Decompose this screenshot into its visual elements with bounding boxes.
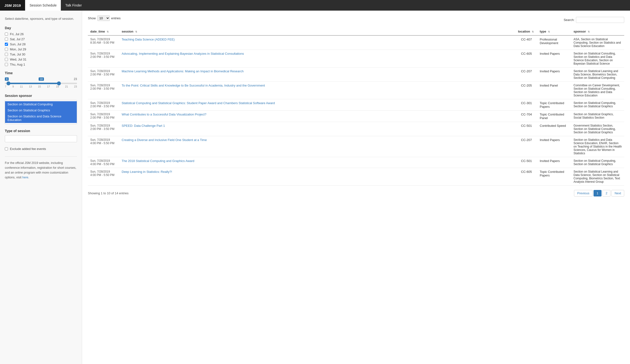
session-link[interactable]: Machine Learning Methods and Application… bbox=[122, 69, 244, 73]
session-link[interactable]: Deep Learning in Statistics: Really?! bbox=[122, 170, 172, 174]
type-of-session-input[interactable] bbox=[5, 135, 77, 142]
search-row: Search: bbox=[564, 17, 624, 23]
cell-session: Teaching Data Science (ADDED FEE) bbox=[119, 35, 516, 50]
sort-icon-location: ⇅ bbox=[532, 30, 534, 33]
day-item: Sun, Jul 28 bbox=[5, 42, 77, 46]
col-header-type[interactable]: type ⇅ bbox=[537, 28, 571, 35]
table-row: Sun, 7/28/2019 2:00 PM - 3:50 PMSPEED: D… bbox=[88, 122, 624, 136]
footer-link[interactable]: here bbox=[22, 176, 28, 179]
cell-type: Topic Contributed Papers bbox=[537, 99, 571, 111]
slider-thumb-left[interactable] bbox=[6, 81, 10, 85]
col-header-session[interactable]: session ⇅ bbox=[119, 28, 516, 35]
sidebar: Select date/time, sponsors, and type of … bbox=[0, 10, 82, 364]
col-header-location[interactable]: location ⇅ bbox=[516, 28, 537, 35]
slider-thumb-right[interactable] bbox=[57, 81, 61, 85]
axis-label: 21 bbox=[65, 85, 68, 88]
show-entries-row: Show 10 25 50 100 entries bbox=[88, 15, 121, 21]
session-link[interactable]: To the Point: Critical Skills and Knowle… bbox=[122, 84, 265, 87]
day-label-3: Mon, Jul 29 bbox=[10, 47, 26, 51]
cell-datetime: Sun, 7/28/2019 2:00 PM - 3:50 PM bbox=[88, 111, 119, 122]
time-handle-left-label: 8 bbox=[5, 77, 9, 81]
axis-label: 13 bbox=[29, 85, 32, 88]
session-link[interactable]: Creating a Diverse and Inclusive Field O… bbox=[122, 138, 207, 142]
day-label-2: Sun, Jul 28 bbox=[10, 42, 26, 46]
sponsor-item-2[interactable]: Section on Statistics and Data Science E… bbox=[5, 113, 77, 123]
day-checkbox-6[interactable] bbox=[5, 63, 8, 66]
sidebar-footer: For the official JSM 2019 website, inclu… bbox=[5, 161, 77, 180]
cell-datetime: Sun, 7/28/2019 2:00 PM - 3:50 PM bbox=[88, 122, 119, 136]
day-label-0: Fri, Jul 26 bbox=[10, 32, 24, 36]
day-item: Wed, Jul 31 bbox=[5, 58, 77, 61]
time-handle-right-label: 18 bbox=[38, 77, 44, 81]
exclude-fee-row: Exclude added fee events bbox=[5, 147, 77, 151]
day-section-title: Day bbox=[5, 26, 77, 30]
table-row: Sun, 7/28/2019 2:00 PM - 3:50 PMMachine … bbox=[88, 67, 624, 82]
col-header-sponsor[interactable]: sponsor ⇅ bbox=[571, 28, 624, 35]
entries-suffix: entries bbox=[111, 16, 121, 20]
slider-axis: 7911131517192123 bbox=[5, 85, 77, 88]
axis-label: 19 bbox=[56, 85, 59, 88]
nav-talk-finder[interactable]: Talk Finder bbox=[61, 0, 86, 10]
axis-label: 11 bbox=[20, 85, 23, 88]
page-1-button[interactable]: 1 bbox=[594, 190, 602, 196]
show-entries-label: Show bbox=[88, 16, 96, 20]
nav-session-schedule[interactable]: Session Schedule bbox=[25, 0, 61, 10]
day-item: Thu, Aug 1 bbox=[5, 63, 77, 66]
cell-location: CC-501 bbox=[516, 122, 537, 136]
session-link[interactable]: Statistical Computing and Statistical Gr… bbox=[122, 101, 275, 105]
type-section-title: Type of session bbox=[5, 129, 77, 133]
day-checkbox-2[interactable] bbox=[5, 43, 8, 46]
day-label-4: Tue, Jul 30 bbox=[10, 52, 25, 56]
show-entries-select[interactable]: 10 25 50 100 bbox=[97, 15, 110, 21]
day-label-5: Wed, Jul 31 bbox=[10, 58, 26, 61]
sort-icon-sponsor: ⇅ bbox=[588, 30, 590, 33]
session-link[interactable]: SPEED: Data Challenge Part 1 bbox=[122, 124, 165, 128]
cell-datetime: Sun, 7/28/2019 4:00 PM - 5:50 PM bbox=[88, 136, 119, 157]
col-header-datetime[interactable]: date_time ⇅ bbox=[88, 28, 119, 35]
day-checkbox-0[interactable] bbox=[5, 32, 8, 36]
session-link[interactable]: Advocating, Implementing and Explaining … bbox=[122, 52, 244, 55]
cell-session: To the Point: Critical Skills and Knowle… bbox=[119, 82, 516, 99]
cell-datetime: Sun, 7/28/2019 2:00 PM - 3:50 PM bbox=[88, 99, 119, 111]
table-header-row: date_time ⇅ session ⇅ location ⇅ type ⇅ … bbox=[88, 28, 624, 35]
cell-sponsor: Section on Statistical Learning and Data… bbox=[571, 168, 624, 185]
table-row: Sun, 7/28/2019 4:00 PM - 5:50 PMCreating… bbox=[88, 136, 624, 157]
search-input[interactable] bbox=[576, 17, 624, 23]
session-link[interactable]: What Contributes to a Successful Data Vi… bbox=[122, 113, 206, 116]
day-checkbox-4[interactable] bbox=[5, 53, 8, 56]
table-row: Sun, 7/28/2019 2:00 PM - 3:50 PMTo the P… bbox=[88, 82, 624, 99]
cell-type: Invited Papers bbox=[537, 136, 571, 157]
cell-datetime: Sun, 7/28/2019 8:30 AM - 5:00 PM bbox=[88, 35, 119, 50]
previous-button[interactable]: Previous bbox=[574, 190, 592, 196]
page-2-button[interactable]: 2 bbox=[602, 190, 610, 196]
exclude-fee-checkbox[interactable] bbox=[5, 147, 8, 151]
day-checkbox-5[interactable] bbox=[5, 58, 8, 61]
sponsor-item-1[interactable]: Section on Statistical Graphics bbox=[5, 107, 77, 113]
next-button[interactable]: Next bbox=[612, 190, 624, 196]
cell-type: Topic Contributed Papers bbox=[537, 168, 571, 185]
session-link[interactable]: The 2018 Statistical Computing and Graph… bbox=[122, 159, 194, 163]
cell-session: Deep Learning in Statistics: Really?! bbox=[119, 168, 516, 185]
sponsor-list: Section on Statistical ComputingSection … bbox=[5, 100, 77, 124]
day-checkbox-1[interactable] bbox=[5, 38, 8, 41]
session-link[interactable]: Teaching Data Science (ADDED FEE) bbox=[122, 38, 175, 41]
time-slider-track[interactable] bbox=[5, 83, 77, 84]
day-checkbox-3[interactable] bbox=[5, 48, 8, 51]
exclude-fee-label: Exclude added fee events bbox=[10, 147, 46, 151]
cell-sponsor: Committee on Career Development, Section… bbox=[571, 82, 624, 99]
cell-sponsor: Section on Statistical Computing, Sectio… bbox=[571, 99, 624, 111]
cell-type: Topic Contributed Panel bbox=[537, 111, 571, 122]
type-of-session-section: Type of session bbox=[5, 129, 77, 142]
sponsor-item-0[interactable]: Section on Statistical Computing bbox=[5, 101, 77, 107]
cell-type: Invited Panel bbox=[537, 82, 571, 99]
sidebar-description: Select date/time, sponsors, and type of … bbox=[5, 16, 77, 21]
cell-sponsor: Government Statistics Section, Section o… bbox=[571, 122, 624, 136]
time-filter-section: Time 8 18 23 7911131517192123 bbox=[5, 71, 77, 88]
pagination-row: Showing 1 to 10 of 14 entries Previous 1… bbox=[88, 190, 624, 196]
cell-type: Contributed Speed bbox=[537, 122, 571, 136]
time-labels: 8 18 23 bbox=[5, 77, 77, 81]
axis-label: 9 bbox=[12, 85, 14, 88]
cell-location: CC-207 bbox=[516, 67, 537, 82]
table-row: Sun, 7/28/2019 4:00 PM - 5:50 PMThe 2018… bbox=[88, 157, 624, 168]
sort-icon-session: ⇅ bbox=[135, 30, 137, 33]
